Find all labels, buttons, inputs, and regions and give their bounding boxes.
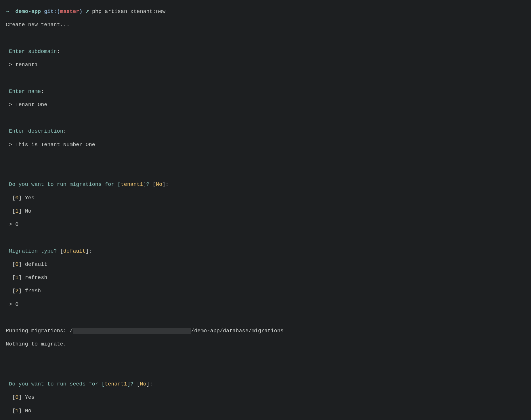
blank-line (6, 314, 525, 321)
prompt-text: Enter description (9, 128, 63, 134)
option-line: [1] No (6, 208, 525, 215)
prompt-text: Migration type? (9, 248, 57, 254)
option-line: [1] No (6, 408, 525, 414)
option-label: default (25, 261, 47, 268)
prompt-arrow-icon: → (6, 9, 9, 15)
option-index: 0 (15, 261, 18, 268)
running-migrations: Running migrations: / /demo-app/database… (6, 328, 525, 334)
paren-close: ) (79, 9, 82, 15)
blank-line (6, 354, 525, 361)
prompt-branch: master (60, 9, 79, 15)
tenant-token: tenant1 (121, 182, 143, 188)
answer-text: 0 (15, 301, 18, 308)
option-label: Yes (25, 195, 35, 201)
option-index: 1 (15, 275, 18, 281)
a-migrations: > 0 (6, 221, 525, 228)
answer-text: tenant1 (15, 62, 38, 68)
prompt-text: ]? (143, 182, 149, 188)
blank-line (6, 75, 525, 81)
option-line: [1] refresh (6, 274, 525, 281)
q-name: Enter name: (6, 88, 525, 95)
blank-line (6, 115, 525, 121)
option-label: No (25, 408, 31, 414)
q-migtype: Migration type? [default]: (6, 248, 525, 255)
prompt-command: php artisan xtenant:new (92, 9, 165, 15)
dirty-x-icon: ✗ (86, 9, 89, 15)
default-token: No (140, 381, 146, 387)
q-subdomain: Enter subdomain: (6, 48, 525, 55)
blank-line (6, 168, 525, 175)
prompt-text: Do you want to run seeds for [ (9, 381, 105, 387)
blank-line (6, 155, 525, 161)
blank-line (6, 368, 525, 374)
terminal[interactable]: → demo-app git:(master) ✗ php artisan xt… (0, 0, 531, 420)
prompt-line: → demo-app git:(master) ✗ php artisan xt… (6, 8, 525, 15)
option-label: fresh (25, 288, 41, 294)
option-index: 1 (15, 208, 18, 214)
answer-text: This is Tenant Number One (15, 142, 95, 148)
option-index: 0 (15, 394, 18, 400)
prompt-text: ]? (127, 381, 133, 387)
a-subdomain: > tenant1 (6, 62, 525, 68)
option-line: [0] Yes (6, 195, 525, 201)
blank-line (6, 234, 525, 241)
q-description: Enter description: (6, 128, 525, 135)
redacted-path (73, 328, 191, 334)
option-line: [2] fresh (6, 288, 525, 294)
option-label: Yes (25, 394, 35, 400)
answer-text: Tenant One (15, 102, 47, 108)
tenant-token: tenant1 (105, 381, 127, 387)
a-migtype: > 0 (6, 301, 525, 308)
a-name: > Tenant One (6, 102, 525, 108)
default-token: No (156, 182, 162, 188)
option-line: [0] default (6, 261, 525, 268)
prompt-text: Do you want to run migrations for [ (9, 182, 121, 188)
option-line: [0] Yes (6, 394, 525, 401)
option-index: 0 (15, 195, 18, 201)
q-seeds: Do you want to run seeds for [tenant1]? … (6, 381, 525, 387)
a-description: > This is Tenant Number One (6, 142, 525, 148)
prompt-git: git: (44, 9, 57, 15)
q-migrations: Do you want to run migrations for [tenan… (6, 181, 525, 188)
prompt-dir: demo-app (15, 9, 41, 15)
nothing-to-migrate: Nothing to migrate. (6, 341, 525, 348)
answer-text: 0 (15, 222, 18, 228)
option-label: No (25, 208, 31, 214)
option-index: 1 (15, 408, 18, 414)
blank-line (6, 35, 525, 42)
prompt-text: Enter subdomain (9, 49, 57, 55)
option-index: 2 (15, 288, 18, 294)
default-token: default (63, 248, 86, 254)
prompt-text: Enter name (9, 89, 41, 95)
paren-open: ( (57, 9, 60, 15)
intro-line: Create new tenant... (6, 22, 525, 28)
option-label: refresh (25, 275, 47, 281)
